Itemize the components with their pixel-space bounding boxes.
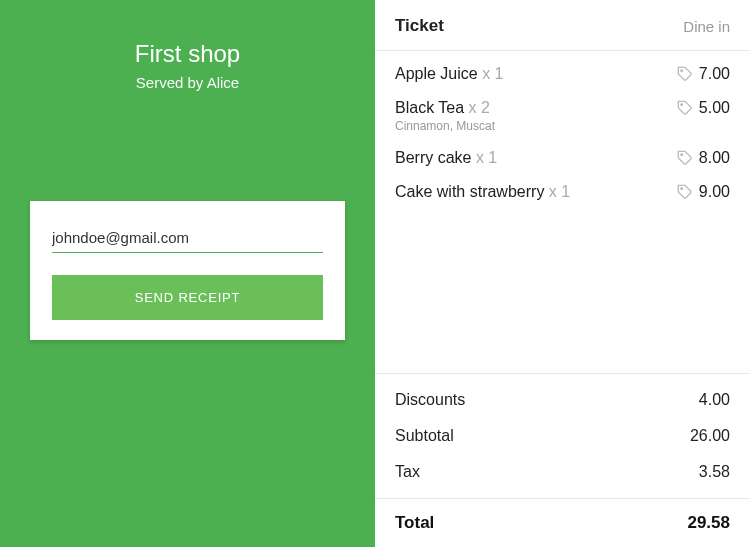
item-right: 7.00 [677, 65, 730, 83]
ticket-label: Ticket [395, 16, 444, 36]
item-name: Black Tea [395, 99, 464, 116]
item-left: Cake with strawberry x 1 [395, 183, 677, 201]
item-price: 5.00 [699, 99, 730, 117]
discounts-row: Discounts 4.00 [375, 382, 750, 418]
item-qty: x 1 [482, 65, 503, 82]
ticket-items-list: Apple Juice x 17.00Black Tea x 2Cinnamon… [375, 51, 750, 373]
item-qty: x 1 [549, 183, 570, 200]
item-right: 9.00 [677, 183, 730, 201]
svg-point-1 [681, 104, 683, 106]
shop-title: First shop [135, 40, 240, 68]
email-input[interactable] [52, 225, 323, 253]
tax-row: Tax 3.58 [375, 454, 750, 490]
ticket-header: Ticket Dine in [375, 0, 750, 51]
svg-point-2 [681, 154, 683, 156]
ticket-item[interactable]: Berry cake x 18.00 [375, 141, 750, 175]
ticket-panel: Ticket Dine in Apple Juice x 17.00Black … [375, 0, 750, 547]
subtotal-row: Subtotal 26.00 [375, 418, 750, 454]
item-right: 8.00 [677, 149, 730, 167]
tax-value: 3.58 [699, 463, 730, 481]
discounts-value: 4.00 [699, 391, 730, 409]
item-qty: x 1 [476, 149, 497, 166]
item-name: Apple Juice [395, 65, 478, 82]
tag-icon [677, 150, 693, 166]
item-modifiers: Cinnamon, Muscat [395, 119, 677, 133]
ticket-item[interactable]: Apple Juice x 17.00 [375, 57, 750, 91]
tag-icon [677, 66, 693, 82]
item-left: Berry cake x 1 [395, 149, 677, 167]
item-name: Cake with strawberry [395, 183, 544, 200]
ticket-item[interactable]: Cake with strawberry x 19.00 [375, 175, 750, 209]
ticket-summary: Discounts 4.00 Subtotal 26.00 Tax 3.58 [375, 373, 750, 498]
item-left: Black Tea x 2Cinnamon, Muscat [395, 99, 677, 133]
total-label: Total [395, 513, 434, 533]
ticket-item[interactable]: Black Tea x 2Cinnamon, Muscat5.00 [375, 91, 750, 141]
subtotal-value: 26.00 [690, 427, 730, 445]
email-card: SEND RECEIPT [30, 201, 345, 340]
item-right: 5.00 [677, 99, 730, 117]
tag-icon [677, 184, 693, 200]
svg-point-3 [681, 188, 683, 190]
total-row: Total 29.58 [375, 498, 750, 547]
tax-label: Tax [395, 463, 420, 481]
item-price: 9.00 [699, 183, 730, 201]
subtotal-label: Subtotal [395, 427, 454, 445]
discounts-label: Discounts [395, 391, 465, 409]
served-by: Served by Alice [136, 74, 239, 91]
item-name: Berry cake [395, 149, 471, 166]
item-left: Apple Juice x 1 [395, 65, 677, 83]
total-value: 29.58 [687, 513, 730, 533]
item-price: 8.00 [699, 149, 730, 167]
svg-point-0 [681, 70, 683, 72]
item-qty: x 2 [469, 99, 490, 116]
order-type: Dine in [683, 18, 730, 35]
send-receipt-button[interactable]: SEND RECEIPT [52, 275, 323, 320]
receipt-panel: First shop Served by Alice SEND RECEIPT [0, 0, 375, 547]
tag-icon [677, 100, 693, 116]
item-price: 7.00 [699, 65, 730, 83]
